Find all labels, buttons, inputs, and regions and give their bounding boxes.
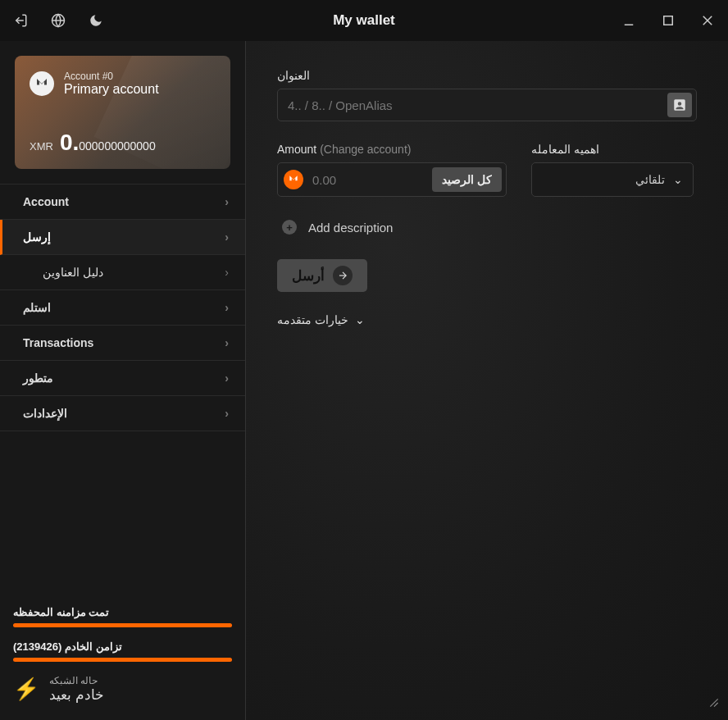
- daemon-sync-label: تزامن الخادم (2139426): [13, 640, 232, 653]
- address-book-button[interactable]: [667, 93, 692, 117]
- network-status-value: خادم بعيد: [49, 686, 104, 704]
- nav-receive-label: استلم: [23, 301, 51, 314]
- chevron-right-icon: ›: [225, 407, 229, 420]
- account-name: Primary account: [64, 82, 159, 97]
- globe-icon[interactable]: [51, 13, 66, 28]
- main-content: العنوان Amount (Change account) كل الرصي…: [246, 41, 728, 720]
- amount-label: Amount (Change account): [277, 143, 507, 156]
- daemon-sync-progress: [13, 658, 232, 662]
- nav-transactions[interactable]: Transactions ›: [0, 326, 245, 361]
- nav-advanced-label: متطور: [23, 371, 53, 385]
- status-block: تمت مزامنه المحفظه تزامن الخادم (2139426…: [0, 596, 245, 720]
- svg-rect-4: [664, 16, 673, 25]
- nav-settings[interactable]: الإعدادات ›: [0, 396, 245, 431]
- priority-value: تلقائي: [635, 173, 665, 186]
- nav-address-book[interactable]: دليل العناوين ›: [0, 255, 245, 290]
- nav-transactions-label: Transactions: [23, 336, 93, 349]
- address-label: العنوان: [277, 69, 697, 82]
- chevron-down-icon: ⌄: [355, 313, 365, 326]
- logout-icon[interactable]: [13, 13, 28, 28]
- address-input[interactable]: [277, 89, 697, 121]
- nav-address-book-label: دليل العناوين: [43, 266, 103, 279]
- send-button[interactable]: أرسل: [277, 259, 367, 292]
- bolt-icon: ⚡: [13, 677, 39, 702]
- svg-line-8: [710, 699, 717, 706]
- nav-settings-label: الإعدادات: [23, 407, 67, 420]
- balance-currency: XMR: [30, 140, 53, 153]
- account-card[interactable]: Account #0 Primary account XMR 0.0000000…: [15, 56, 230, 169]
- plus-icon: +: [282, 220, 297, 235]
- nav-send[interactable]: إرسل ›: [0, 220, 245, 255]
- wallet-sync-progress: [13, 623, 232, 627]
- all-balance-button[interactable]: كل الرصيد: [432, 167, 502, 192]
- nav-advanced[interactable]: متطور ›: [0, 361, 245, 396]
- chevron-right-icon: ›: [225, 266, 229, 279]
- chevron-right-icon: ›: [225, 336, 229, 349]
- chevron-right-icon: ›: [225, 371, 229, 385]
- chevron-right-icon: ›: [225, 195, 229, 208]
- arrow-right-icon: [333, 266, 353, 285]
- advanced-options-label: خيارات متقدمه: [277, 313, 348, 326]
- nav-account-label: Account: [23, 195, 69, 208]
- advanced-options-toggle[interactable]: خيارات متقدمه ⌄: [277, 313, 697, 326]
- sidebar: Account #0 Primary account XMR 0.0000000…: [0, 41, 246, 720]
- titlebar: My wallet: [0, 0, 728, 41]
- network-status-label: حاله الشبكه: [49, 675, 104, 686]
- amount-label-text: Amount: [277, 143, 316, 156]
- wallet-sync-label: تمت مزامنه المحفظه: [13, 606, 232, 618]
- add-description-label: Add description: [308, 221, 393, 235]
- nav-receive[interactable]: استلم ›: [0, 290, 245, 326]
- chevron-right-icon: ›: [225, 230, 229, 244]
- close-icon[interactable]: [700, 13, 715, 28]
- svg-line-9: [714, 703, 718, 707]
- send-button-label: أرسل: [292, 267, 325, 285]
- nav: Account › إرسل › دليل العناوين › استلم ›…: [0, 184, 245, 431]
- window-title: My wallet: [333, 12, 395, 29]
- account-number-label: Account #0: [64, 71, 159, 82]
- balance-minor: 000000000000: [79, 139, 155, 153]
- chevron-right-icon: ›: [225, 301, 229, 314]
- balance-major: 0.: [60, 130, 79, 155]
- chevron-down-icon: ⌄: [673, 173, 683, 186]
- resize-handle-icon[interactable]: [708, 697, 720, 712]
- maximize-icon[interactable]: [661, 13, 676, 28]
- monero-logo-icon: [30, 71, 54, 96]
- monero-icon: [284, 170, 303, 189]
- minimize-icon[interactable]: [621, 13, 636, 28]
- nav-account[interactable]: Account ›: [0, 185, 245, 220]
- priority-select[interactable]: تلقائي ⌄: [531, 162, 694, 197]
- priority-label: اهميه المعامله: [531, 143, 694, 156]
- moon-icon[interactable]: [89, 13, 103, 28]
- add-description-button[interactable]: + Add description: [282, 220, 697, 235]
- nav-send-label: إرسل: [23, 230, 51, 244]
- change-account-link[interactable]: (Change account): [320, 143, 411, 156]
- balance: XMR 0.000000000000: [30, 130, 156, 156]
- network-status[interactable]: ⚡ حاله الشبكه خادم بعيد: [13, 675, 232, 704]
